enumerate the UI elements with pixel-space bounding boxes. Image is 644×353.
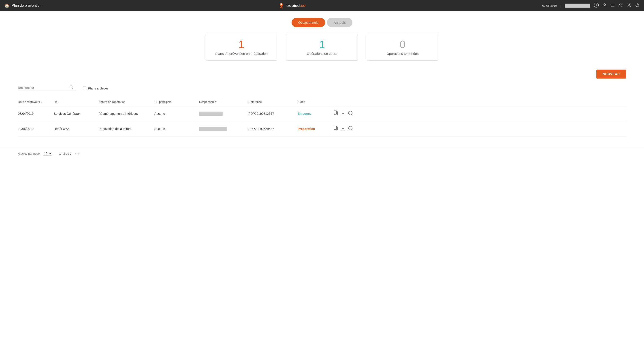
- copy-icon-1[interactable]: [334, 126, 338, 132]
- tab-annuels[interactable]: Annuels: [327, 18, 352, 27]
- header-separator: |: [560, 4, 561, 8]
- svg-rect-22: [334, 126, 336, 130]
- svg-text:?: ?: [596, 4, 597, 7]
- col-lieu-label: Lieu: [54, 100, 59, 104]
- cell-lieu-0: Services Généraux: [54, 112, 98, 116]
- search-icon: [69, 85, 74, 90]
- svg-point-7: [604, 4, 606, 5]
- remove-icon-0[interactable]: [348, 111, 353, 116]
- header: 🏠 Plan de prévention trepied.co 03.06.20…: [0, 0, 644, 11]
- tabs-container: Occasionnels Annuels: [18, 18, 626, 27]
- archive-checkbox-label[interactable]: Plans archivés: [83, 86, 108, 90]
- status-badge-0: En cours: [298, 112, 311, 116]
- table-container: Date des travaux ↓ Lieu Nature de l'opér…: [18, 98, 626, 136]
- logo-name: trepied.co: [286, 3, 306, 8]
- stat-label-terminees: Opérations terminées: [386, 52, 418, 56]
- col-header-actions: [334, 100, 356, 104]
- sort-arrow-date: ↓: [41, 101, 42, 103]
- main-content: Occasionnels Annuels 1 Plans de préventi…: [0, 11, 644, 143]
- cell-responsable-0: Sébastien Giery: [199, 112, 248, 116]
- stat-number-terminees: 0: [400, 39, 406, 50]
- status-badge-1: Préparation: [298, 127, 315, 131]
- page-info: 1 - 2 de 2: [59, 152, 72, 155]
- col-header-date[interactable]: Date des travaux ↓: [18, 100, 54, 104]
- footer: Articles par page 10 25 50 1 - 2 de 2 ‹ …: [0, 148, 644, 159]
- stat-number-preparation: 1: [238, 39, 244, 50]
- group-icon[interactable]: [618, 3, 624, 8]
- per-page-select[interactable]: 10 25 50: [44, 152, 52, 156]
- cell-date-1: 10/06/2019: [18, 127, 54, 131]
- stat-label-encours: Opérations en cours: [307, 52, 337, 56]
- header-date: 03.06.2019: [542, 4, 557, 8]
- cell-nature-0: Réaménagements intérieurs: [98, 112, 154, 116]
- search-box: [18, 85, 76, 91]
- col-header-statut: Statut: [298, 100, 334, 104]
- col-header-responsable: Responsable: [199, 100, 248, 104]
- help-icon[interactable]: ?: [594, 3, 599, 9]
- cell-nature-1: Rénovation de la toiture: [98, 127, 154, 131]
- cell-statut-0: En cours: [298, 112, 334, 116]
- cell-responsable-1: ████████████: [199, 127, 248, 131]
- col-header-lieu: Lieu: [54, 100, 98, 104]
- col-header-nature: Nature de l'opération: [98, 100, 154, 104]
- user-icon[interactable]: [602, 3, 607, 8]
- settings-icon[interactable]: [627, 3, 632, 8]
- header-center: trepied.co: [278, 2, 306, 9]
- search-input[interactable]: [18, 86, 69, 90]
- tab-occasionnels[interactable]: Occasionnels: [292, 18, 325, 27]
- table-header: Date des travaux ↓ Lieu Nature de l'opér…: [18, 98, 626, 106]
- home-icon[interactable]: 🏠: [4, 3, 10, 8]
- svg-rect-17: [334, 111, 336, 114]
- svg-rect-8: [611, 4, 614, 4]
- row-actions-1: [334, 126, 356, 132]
- col-ee-label: EE principale: [154, 100, 172, 104]
- svg-rect-9: [611, 5, 614, 5]
- row-actions-0: [334, 110, 356, 116]
- table-row: 08/04/2019 Services Généraux Réaménageme…: [18, 106, 626, 121]
- cell-date-0: 08/04/2019: [18, 112, 54, 116]
- col-header-reference: Référence: [248, 100, 298, 104]
- svg-point-1: [280, 3, 282, 5]
- col-statut-label: Statut: [298, 100, 305, 104]
- page-nav: ‹ ›: [75, 152, 80, 156]
- responsable-blurred-1: ████████████: [199, 127, 227, 131]
- col-header-ee: EE principale: [154, 100, 199, 104]
- cell-reference-0: PDP20190312557: [248, 112, 298, 116]
- col-reference-label: Référence: [248, 100, 262, 104]
- col-nature-label: Nature de l'opération: [98, 100, 125, 104]
- cell-statut-1: Préparation: [298, 127, 334, 131]
- header-user-blurred: ████████████: [565, 4, 590, 8]
- svg-rect-10: [611, 6, 614, 6]
- next-page-button[interactable]: ›: [78, 152, 79, 156]
- stats-row: 1 Plans de prévention en préparation 1 O…: [18, 34, 626, 60]
- cell-reference-1: PDP20190529537: [248, 127, 298, 131]
- cell-ee-0: Aucune: [154, 112, 199, 116]
- header-right: 03.06.2019 | ████████████ ?: [542, 3, 640, 9]
- page-title: Plan de prévention: [12, 4, 42, 8]
- prev-page-button[interactable]: ‹: [75, 152, 76, 156]
- download-icon-0[interactable]: [341, 110, 345, 116]
- svg-line-15: [72, 88, 73, 89]
- list-icon[interactable]: [610, 3, 615, 8]
- stat-card-preparation: 1 Plans de prévention en préparation: [206, 34, 277, 60]
- power-icon[interactable]: [635, 3, 640, 8]
- per-page-label: Articles par page: [18, 152, 40, 155]
- stat-label-preparation: Plans de prévention en préparation: [215, 52, 268, 56]
- archive-checkbox[interactable]: [83, 86, 86, 90]
- copy-icon-0[interactable]: [334, 110, 338, 116]
- search-row: Plans archivés: [18, 85, 626, 91]
- col-date-label: Date des travaux: [18, 100, 40, 104]
- cell-ee-1: Aucune: [154, 127, 199, 131]
- cell-lieu-1: Dépôt XYZ: [54, 127, 98, 131]
- col-responsable-label: Responsable: [199, 100, 216, 104]
- stat-card-terminees: 0 Opérations terminées: [367, 34, 438, 60]
- svg-point-11: [620, 4, 621, 5]
- logo-icon: [278, 2, 284, 9]
- svg-point-13: [628, 4, 630, 6]
- download-icon-1[interactable]: [341, 126, 345, 132]
- table-row: 10/06/2019 Dépôt XYZ Rénovation de la to…: [18, 121, 626, 136]
- remove-icon-1[interactable]: [348, 126, 353, 132]
- nouveau-button[interactable]: NOUVEAU: [596, 70, 626, 78]
- stat-card-encours: 1 Opérations en cours: [286, 34, 358, 60]
- nouveau-row: NOUVEAU: [18, 70, 626, 78]
